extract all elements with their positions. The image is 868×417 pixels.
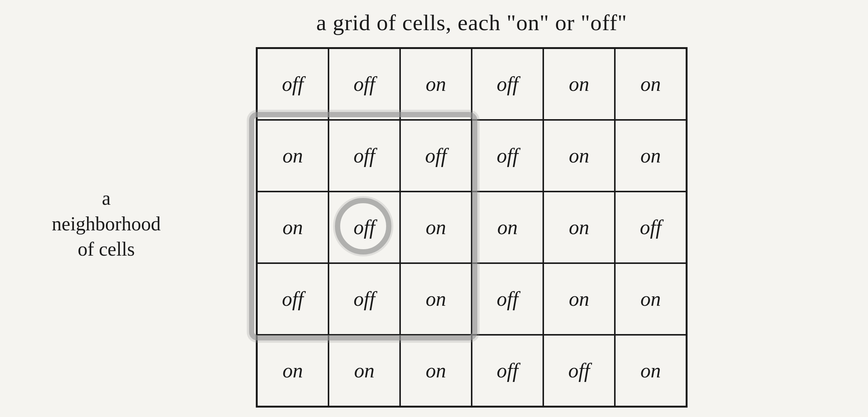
grid-cell: on (543, 263, 615, 335)
grid-cell: on (615, 48, 686, 120)
grid-cell: on (543, 192, 615, 263)
grid-wrapper: offoffonoffonononoffoffoffonononoffonono… (256, 47, 688, 408)
grid: offoffonoffonononoffoffoffonononoffonono… (256, 47, 688, 408)
page-container: a neighborhood of cells a grid of cells,… (38, 20, 830, 397)
grid-cell: off (472, 263, 543, 335)
grid-cell: on (400, 263, 472, 335)
grid-cell: off (257, 48, 329, 120)
page-title: a grid of cells, each "on" or "off" (316, 10, 627, 36)
neighborhood-label: a neighborhood of cells (46, 186, 167, 262)
grid-cell: off (329, 192, 400, 263)
grid-cell: on (615, 120, 686, 192)
grid-cell: off (329, 120, 400, 192)
grid-cell: on (400, 335, 472, 406)
grid-cell: off (257, 263, 329, 335)
grid-cell: off (329, 48, 400, 120)
grid-cell: off (329, 263, 400, 335)
grid-cell: off (543, 335, 615, 406)
grid-cell: off (472, 335, 543, 406)
grid-cell: off (472, 48, 543, 120)
grid-cell: off (400, 120, 472, 192)
grid-cell: on (543, 120, 615, 192)
grid-cell: on (257, 335, 329, 406)
grid-cell: on (615, 263, 686, 335)
grid-cell: off (472, 120, 543, 192)
grid-cell: on (543, 48, 615, 120)
grid-cell: on (472, 192, 543, 263)
grid-cell: on (329, 335, 400, 406)
grid-cell: on (257, 192, 329, 263)
grid-cell: on (400, 48, 472, 120)
grid-cell: off (615, 192, 686, 263)
grid-area: a grid of cells, each "on" or "off" offo… (256, 10, 688, 408)
grid-cell: on (400, 192, 472, 263)
grid-cell: on (615, 335, 686, 406)
grid-cell: on (257, 120, 329, 192)
